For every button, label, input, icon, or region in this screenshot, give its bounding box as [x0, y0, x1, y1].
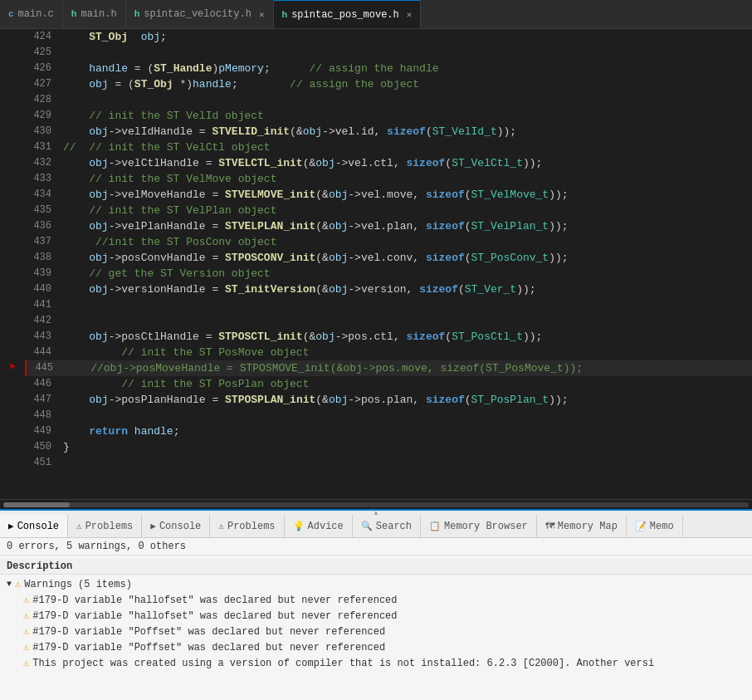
- tab-icon-h3: h: [282, 10, 288, 20]
- warnings-group-label: Warnings (5 items): [24, 579, 132, 590]
- code-line: 439 // get the ST Version object: [25, 266, 752, 281]
- panel-status: 0 errors, 5 warnings, 0 others: [0, 538, 752, 556]
- warning-item[interactable]: ⚠This project was created using a versio…: [0, 655, 752, 671]
- tab-bar: c main.c h main.h h spintac_velocity.h ✕…: [0, 0, 752, 29]
- line-content: obj->posCtlHandle = STPOSCTL_init(&obj->…: [60, 329, 752, 345]
- panel-tab-label-problems: Problems: [85, 521, 134, 532]
- console2-icon: ▶: [150, 521, 156, 531]
- tab-icon-h2: h: [134, 9, 140, 19]
- line-content: handle = (ST_Handle)pMemory; // assign t…: [60, 61, 752, 76]
- warnings-group-header[interactable]: ▼ ⚠ Warnings (5 items): [0, 576, 752, 592]
- line-content: //init the ST PosConv object: [60, 234, 752, 250]
- code-line: 450}: [25, 439, 752, 455]
- line-number: 450: [25, 439, 60, 455]
- warning-item[interactable]: ⚠#179-D variable "hallofset" was declare…: [0, 592, 752, 608]
- left-gutter: ➤: [0, 29, 25, 499]
- tab-close-spintac-pos[interactable]: ✕: [407, 9, 413, 20]
- status-text: 0 errors, 5 warnings, 0 others: [7, 541, 186, 552]
- line-number: 441: [25, 297, 60, 313]
- line-content: // get the ST Version object: [60, 266, 752, 281]
- line-number: 431: [25, 140, 60, 155]
- line-content: // init the ST VelMove object: [60, 171, 752, 187]
- code-area[interactable]: 424 ST_Obj obj;425 426 handle = (ST_Hand…: [25, 29, 752, 499]
- horizontal-scrollbar[interactable]: [0, 499, 752, 509]
- panel-content[interactable]: Description ▼ ⚠ Warnings (5 items) ⚠#179…: [0, 556, 752, 700]
- h-scroll-thumb[interactable]: [3, 502, 70, 507]
- tab-close-spintac-vel[interactable]: ✕: [259, 9, 265, 20]
- code-line: 427 obj = (ST_Obj *)handle; // assign th…: [25, 76, 752, 92]
- line-content: obj->velCtlHandle = STVELCTL_init(&obj->…: [60, 155, 752, 171]
- code-line: 430 obj->velIdHandle = STVELID_init(&obj…: [25, 124, 752, 140]
- panel-tab-console[interactable]: ▶ Console: [0, 515, 68, 537]
- panel-header-label: Description: [7, 560, 72, 572]
- code-line: 435 // init the ST VelPlan object: [25, 203, 752, 218]
- code-line: 440 obj->versionHandle = ST_initVersion(…: [25, 281, 752, 297]
- code-line: 429 // init the ST VelId object: [25, 108, 752, 124]
- panel-tab-search[interactable]: 🔍 Search: [353, 515, 421, 537]
- line-content: return handle;: [60, 423, 752, 439]
- warning-item[interactable]: ⚠#179-D variable "hallofset" was declare…: [0, 608, 752, 624]
- code-line: 424 ST_Obj obj;: [25, 29, 752, 45]
- panel-tab-memory-browser[interactable]: 📋 Memory Browser: [421, 515, 537, 537]
- code-line: 442: [25, 313, 752, 329]
- bottom-panel: ▶ Console ⚠ Problems ▶ Console ⚠ Problem…: [0, 509, 752, 700]
- panel-tab-problems[interactable]: ⚠ Problems: [68, 515, 142, 537]
- problems-icon: ⚠: [76, 521, 82, 531]
- code-line: 443 obj->posCtlHandle = STPOSCTL_init(&o…: [25, 329, 752, 345]
- memory-browser-icon: 📋: [429, 521, 441, 531]
- panel-tab-advice[interactable]: 💡 Advice: [285, 515, 353, 537]
- code-line: 432 obj->velCtlHandle = STVELCTL_init(&o…: [25, 155, 752, 171]
- memo-icon: 📝: [635, 521, 647, 531]
- line-number: 446: [25, 376, 60, 392]
- tab-spintac-velocity-h[interactable]: h spintac_velocity.h ✕: [126, 0, 274, 28]
- panel-tab-label-advice: Advice: [308, 521, 344, 532]
- tab-label-main-c: main.c: [18, 8, 54, 20]
- code-line: 426 handle = (ST_Handle)pMemory; // assi…: [25, 61, 752, 76]
- code-line: 445 //obj->posMoveHandle = STPOSMOVE_ini…: [25, 360, 752, 376]
- line-number: 432: [25, 155, 60, 171]
- problems2-icon: ⚠: [218, 521, 224, 531]
- tab-spintac-pos-move-h[interactable]: h spintac_pos_move.h ✕: [274, 0, 422, 28]
- warning-text: #179-D variable "hallofset" was declared…: [32, 595, 397, 606]
- code-line: 428: [25, 92, 752, 108]
- breakpoint-arrow: ➤: [8, 360, 17, 376]
- warning-icon: ⚠: [23, 594, 29, 606]
- line-number: 433: [25, 171, 60, 187]
- warning-icon: ⚠: [23, 609, 29, 622]
- panel-tab-label-memory-map: Memory Map: [558, 521, 618, 532]
- line-number: 439: [25, 266, 60, 281]
- line-number: 429: [25, 108, 60, 124]
- panel-tab-problems2[interactable]: ⚠ Problems: [210, 515, 284, 537]
- code-line: 447 obj->posPlanHandle = STPOSPLAN_init(…: [25, 392, 752, 408]
- warning-text: #179-D variable "Poffset" was declared b…: [32, 626, 385, 638]
- warning-icon: ⚠: [23, 641, 29, 653]
- line-number: 445: [27, 360, 61, 376]
- code-line: 448: [25, 408, 752, 423]
- warning-icon: ⚠: [23, 657, 29, 669]
- warning-item[interactable]: ⚠#179-D variable "Poffset" was declared …: [0, 624, 752, 639]
- tab-label-main-h: main.h: [81, 8, 116, 20]
- code-line: 434 obj->velMoveHandle = STVELMOVE_init(…: [25, 187, 752, 203]
- tab-main-h[interactable]: h main.h: [63, 0, 126, 28]
- code-line: 438 obj->posConvHandle = STPOSCONV_init(…: [25, 250, 752, 266]
- tab-main-c[interactable]: c main.c: [0, 0, 63, 28]
- panel-tab-memo[interactable]: 📝 Memo: [627, 515, 683, 537]
- panel-tab-label-console: Console: [17, 521, 59, 532]
- line-number: 425: [25, 45, 60, 61]
- panel-tab-label-memory-browser: Memory Browser: [444, 521, 528, 532]
- panel-tab-label-search: Search: [376, 521, 412, 532]
- warning-text: This project was created using a version…: [32, 658, 654, 669]
- line-number: 436: [25, 218, 60, 234]
- line-content: obj = (ST_Obj *)handle; // assign the ob…: [60, 76, 752, 92]
- h-scroll-track[interactable]: [3, 502, 749, 507]
- panel-tab-memory-map[interactable]: 🗺 Memory Map: [537, 515, 627, 537]
- panel-tab-console2[interactable]: ▶ Console: [142, 515, 210, 537]
- line-content: obj->posConvHandle = STPOSCONV_init(&obj…: [60, 250, 752, 266]
- line-content: [60, 92, 752, 108]
- warning-item[interactable]: ⚠#179-D variable "Poffset" was declared …: [0, 639, 752, 655]
- panel-tab-label-problems2: Problems: [227, 521, 276, 532]
- line-number: 437: [25, 234, 60, 250]
- chevron-icon: ▼: [7, 580, 12, 589]
- line-number: 442: [25, 313, 60, 329]
- line-content: obj->velMoveHandle = STVELMOVE_init(&obj…: [60, 187, 752, 203]
